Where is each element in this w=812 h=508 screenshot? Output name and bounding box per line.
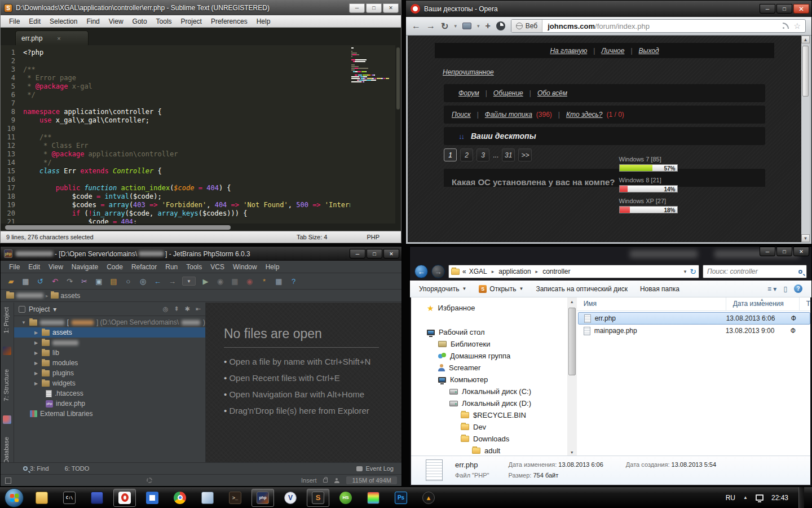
tab-err-php[interactable]: err.php ×: [15, 30, 89, 45]
back-icon[interactable]: ←: [412, 21, 421, 31]
menu-file[interactable]: File: [5, 262, 24, 272]
minimize-button[interactable]: ─: [760, 247, 775, 256]
code-area[interactable]: 1<?php23/**4 * Error page5 * @package x-…: [1, 49, 350, 224]
nav-item-Домашняягруппа[interactable]: Домашняя группа: [411, 350, 567, 362]
down-arrows-icon[interactable]: ↓↓: [458, 132, 464, 141]
menu-edit[interactable]: Edit: [24, 262, 44, 272]
sync-icon[interactable]: ↺: [36, 277, 45, 286]
add-icon[interactable]: +: [485, 21, 490, 31]
column-type[interactable]: Т: [800, 297, 810, 310]
taskbar-console[interactable]: >_: [224, 489, 246, 507]
collapsed-icon[interactable]: ▶: [33, 340, 39, 345]
sublime-titlebar[interactable]: S D:\Downloads\XGAL\application\controll…: [1, 1, 401, 15]
toolwindow-toggle-icon[interactable]: [5, 478, 11, 484]
collapse-all-icon[interactable]: ⇞: [174, 305, 179, 313]
taskbar-opera[interactable]: [113, 489, 136, 507]
top-link-3[interactable]: Выход: [639, 47, 659, 55]
scroll-up-icon[interactable]: ▲: [801, 36, 810, 43]
menu-help[interactable]: Help: [253, 16, 275, 27]
nav-item-Dev[interactable]: Dev: [411, 421, 567, 433]
paste-icon[interactable]: ▤: [109, 277, 118, 286]
breadcrumb-controller[interactable]: controller: [542, 268, 570, 275]
event-log-button[interactable]: Event Log: [356, 465, 401, 472]
taskbar-gradient[interactable]: [362, 489, 385, 507]
nav-item-ЛокальныйдискD[interactable]: Локальный диск (D:): [411, 397, 567, 409]
close-button[interactable]: ✕: [793, 4, 809, 14]
reload-icon[interactable]: ↻: [441, 21, 448, 32]
menu-tools[interactable]: Tools: [182, 262, 206, 272]
nav-item-Избранное[interactable]: ★Избранное: [411, 302, 567, 314]
phpstorm-titlebar[interactable]: php - [D:\Open Server\domains\ ] - JetBr…: [1, 247, 401, 261]
save-icon[interactable]: ▦: [21, 277, 30, 286]
top-link-2[interactable]: Личное: [601, 47, 624, 55]
settings-icon[interactable]: *: [259, 277, 269, 286]
minimap[interactable]: [351, 47, 394, 83]
minimize-button[interactable]: ─: [760, 4, 775, 14]
help-icon[interactable]: ?: [794, 284, 802, 293]
horizontal-scrollbar[interactable]: [1, 224, 401, 231]
search-box[interactable]: Поиск: controller: [703, 265, 807, 278]
scroll-down-icon[interactable]: ▼: [801, 234, 810, 242]
menu-navigate[interactable]: Navigate: [68, 262, 102, 272]
scroll-up-icon[interactable]: ▲: [567, 297, 577, 306]
menu-find[interactable]: Find: [82, 16, 103, 27]
taskbar-cmd[interactable]: C:\: [58, 489, 81, 507]
menu-goto[interactable]: Goto: [129, 16, 151, 27]
nav-link-1[interactable]: Форум: [458, 89, 479, 97]
scrollbar-thumb[interactable]: [568, 308, 576, 375]
clock[interactable]: 22:43: [771, 494, 788, 502]
explorer-titlebar[interactable]: ─ □ ✕: [410, 247, 811, 262]
nav-item-Screamer[interactable]: Screamer: [411, 362, 567, 374]
hide-panel-icon[interactable]: ⇤: [196, 305, 201, 313]
close-button[interactable]: ✕: [383, 249, 399, 259]
phpstorm-breadcrumb[interactable]: ▸ assets: [1, 290, 401, 302]
nav-item-Компьютер[interactable]: Компьютер: [411, 374, 567, 386]
back-icon[interactable]: ←: [153, 277, 162, 286]
menu-window[interactable]: Window: [229, 262, 261, 272]
tree-item-assets[interactable]: ▶assets: [14, 327, 205, 338]
page-button-3[interactable]: 3: [476, 148, 489, 161]
collapsed-icon[interactable]: ▶: [33, 371, 39, 376]
column-name[interactable]: Имя: [577, 297, 726, 310]
insert-mode-indicator[interactable]: Insert: [301, 477, 317, 484]
page-button->>[interactable]: >>: [518, 148, 532, 161]
syntax-indicator[interactable]: PHP: [367, 234, 379, 240]
rss-icon[interactable]: [782, 23, 789, 29]
nav-item-RECYCLEBIN[interactable]: $RECYCLE.BIN: [411, 409, 567, 421]
images-dropdown-icon[interactable]: ▾: [477, 23, 480, 29]
replace-icon[interactable]: ◎: [138, 277, 148, 286]
page-button-2[interactable]: 2: [460, 148, 473, 161]
forward-icon[interactable]: →: [426, 21, 435, 31]
cut-icon[interactable]: ✂: [80, 277, 89, 286]
collapsed-icon[interactable]: ▶: [33, 361, 39, 366]
breadcrumb-xgal[interactable]: XGAL: [469, 268, 487, 275]
nav-item-Библиотеки[interactable]: Библиотеки: [411, 338, 567, 350]
taskbar-sublime[interactable]: S: [307, 489, 329, 507]
menu-file[interactable]: File: [5, 16, 24, 27]
memory-indicator[interactable]: 115M of 494M: [346, 476, 397, 484]
tree-item-modules[interactable]: ▶modules: [14, 358, 205, 368]
undo-icon[interactable]: ↶: [50, 277, 60, 286]
page-scrollbar[interactable]: ▲ ▼: [801, 36, 810, 242]
find-toolwindow-button[interactable]: 3: Find: [23, 465, 49, 472]
opera-titlebar[interactable]: Ваши десктопы - Opera ─ □ ✕: [406, 1, 811, 17]
topic-files-link[interactable]: Файлы топика: [485, 111, 532, 119]
search-icon[interactable]: [798, 270, 802, 274]
close-button[interactable]: ✕: [383, 3, 399, 13]
lock-icon[interactable]: [323, 479, 328, 483]
taskbar-app-blue[interactable]: [141, 489, 164, 507]
sublime-editor[interactable]: 1<?php23/**4 * Error page5 * @package x-…: [1, 45, 401, 224]
menu-edit[interactable]: Edit: [25, 16, 45, 27]
file-row-errphp[interactable]: err.php13.08.2013 6:06Ф: [578, 312, 810, 325]
tree-root[interactable]: ▼[] (D:\Open Server\domains\): [14, 317, 205, 327]
redo-icon[interactable]: ↷: [65, 277, 74, 286]
toolbar-открыть[interactable]: SОткрыть▼: [479, 285, 523, 293]
language-indicator[interactable]: RU: [726, 494, 735, 502]
tree-item-widgets[interactable]: ▶widgets: [14, 378, 205, 388]
nav-link-3[interactable]: Обо всём: [537, 89, 567, 97]
collapsed-icon[interactable]: ▶: [33, 381, 39, 386]
maximize-button[interactable]: □: [776, 247, 792, 256]
collapsed-icon[interactable]: ▶: [33, 351, 39, 356]
user-icon[interactable]: [334, 478, 339, 483]
tree-item-ExternalLibraries[interactable]: External Libraries: [14, 409, 205, 419]
